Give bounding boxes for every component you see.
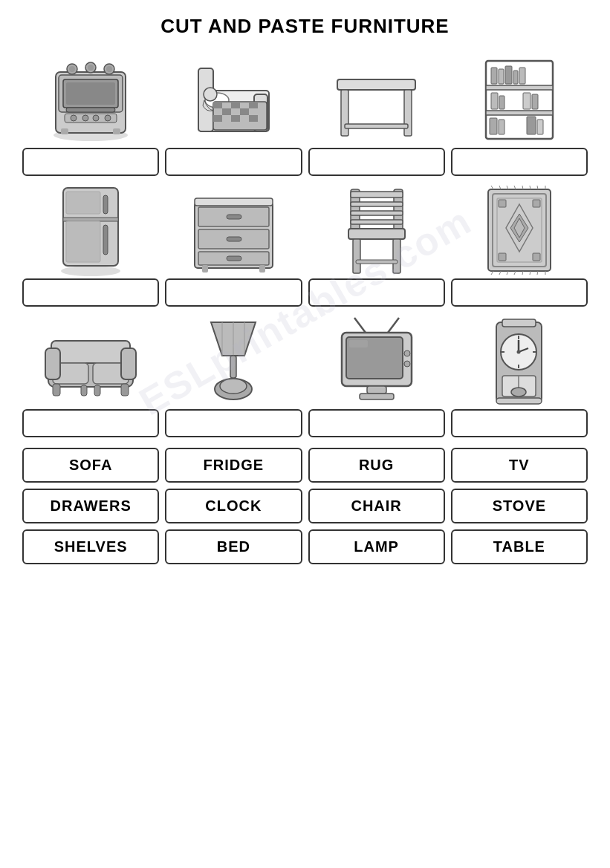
main-content: SOFA FRIDGE RUG TV DRAWERS CLOCK CHAIR S… — [22, 51, 588, 570]
tv-label-box — [308, 409, 445, 437]
drawers-image — [165, 182, 302, 278]
svg-rect-49 — [490, 118, 497, 134]
word-table: TABLE — [451, 529, 588, 564]
svg-point-143 — [511, 388, 526, 397]
rug-label-box — [451, 278, 588, 307]
svg-point-32 — [204, 88, 217, 101]
svg-rect-73 — [351, 202, 403, 206]
shelves-image — [451, 51, 588, 148]
svg-point-6 — [69, 66, 75, 72]
svg-rect-88 — [499, 253, 506, 261]
item-table — [308, 51, 445, 176]
svg-point-8 — [88, 65, 94, 71]
item-chair — [308, 182, 445, 307]
svg-point-140 — [517, 350, 521, 353]
svg-rect-47 — [523, 93, 530, 109]
item-lamp — [165, 313, 302, 437]
item-stove — [22, 51, 159, 176]
svg-line-123 — [388, 318, 399, 333]
svg-rect-57 — [103, 225, 108, 255]
svg-rect-43 — [513, 71, 518, 84]
image-row-3 — [22, 313, 588, 437]
lamp-label-box — [165, 409, 302, 437]
item-rug — [451, 182, 588, 307]
svg-rect-119 — [230, 356, 236, 378]
lamp-image — [165, 313, 302, 409]
word-lamp: LAMP — [308, 529, 445, 564]
svg-rect-66 — [227, 256, 241, 261]
svg-rect-31 — [249, 115, 258, 122]
svg-rect-38 — [486, 85, 553, 90]
svg-rect-74 — [351, 211, 403, 215]
drawers-label-box — [165, 278, 302, 307]
item-bed — [165, 51, 302, 176]
word-row-2: DRAWERS CLOCK CHAIR STOVE — [22, 489, 588, 523]
svg-rect-59 — [66, 221, 100, 262]
word-row-3: SHELVES BED LAMP TABLE — [22, 529, 588, 564]
svg-rect-25 — [231, 102, 240, 108]
svg-rect-78 — [393, 239, 400, 273]
shelves-label-box — [451, 148, 588, 176]
svg-point-14 — [93, 115, 99, 121]
clock-label-box — [451, 409, 588, 437]
svg-point-53 — [61, 266, 120, 276]
word-stove: STOVE — [451, 489, 588, 523]
word-sofa: SOFA — [22, 448, 159, 483]
svg-rect-45 — [491, 93, 498, 109]
svg-rect-17 — [61, 128, 68, 134]
svg-rect-68 — [259, 265, 265, 273]
svg-rect-41 — [499, 69, 504, 84]
svg-rect-56 — [103, 195, 108, 214]
item-sofa — [22, 313, 159, 437]
stove-image — [22, 51, 159, 148]
table-label-box — [308, 148, 445, 176]
item-tv — [308, 313, 445, 437]
fridge-image — [22, 182, 159, 278]
svg-rect-42 — [505, 66, 512, 84]
svg-rect-29 — [213, 115, 222, 122]
item-clock — [451, 313, 588, 437]
clock-image — [451, 313, 588, 409]
item-fridge — [22, 182, 159, 307]
svg-rect-40 — [491, 68, 497, 84]
word-row-1: SOFA FRIDGE RUG TV — [22, 448, 588, 483]
svg-rect-33 — [337, 79, 415, 90]
svg-rect-55 — [63, 218, 118, 221]
svg-rect-64 — [227, 237, 241, 241]
svg-point-13 — [82, 115, 88, 121]
bed-image — [165, 51, 302, 148]
svg-rect-126 — [349, 340, 368, 347]
svg-rect-115 — [121, 384, 129, 396]
chair-image — [308, 182, 445, 278]
svg-point-127 — [404, 350, 410, 356]
bed-label-box — [165, 148, 302, 176]
svg-rect-130 — [360, 394, 394, 399]
svg-rect-67 — [202, 265, 208, 273]
stove-label-box — [22, 148, 159, 176]
svg-rect-132 — [502, 319, 536, 327]
svg-rect-107 — [51, 341, 130, 363]
word-clock: CLOCK — [165, 489, 302, 523]
svg-rect-129 — [367, 386, 386, 394]
image-row-2 — [22, 182, 588, 307]
svg-point-15 — [105, 115, 111, 121]
svg-rect-27 — [222, 108, 231, 115]
sofa-image — [22, 313, 159, 409]
svg-point-10 — [106, 66, 112, 72]
chair-label-box — [308, 278, 445, 307]
svg-rect-75 — [351, 220, 403, 224]
svg-rect-28 — [240, 108, 249, 115]
svg-point-12 — [71, 115, 77, 121]
svg-rect-69 — [195, 198, 273, 206]
rug-image — [451, 182, 588, 278]
svg-point-121 — [220, 379, 247, 394]
word-chair: CHAIR — [308, 489, 445, 523]
svg-rect-39 — [486, 111, 553, 115]
svg-rect-16 — [66, 108, 115, 112]
fridge-label-box — [22, 278, 159, 307]
word-fridge: FRIDGE — [165, 448, 302, 483]
sofa-label-box — [22, 409, 159, 437]
word-shelves: SHELVES — [22, 529, 159, 564]
tv-image — [308, 313, 445, 409]
svg-rect-87 — [533, 200, 540, 207]
